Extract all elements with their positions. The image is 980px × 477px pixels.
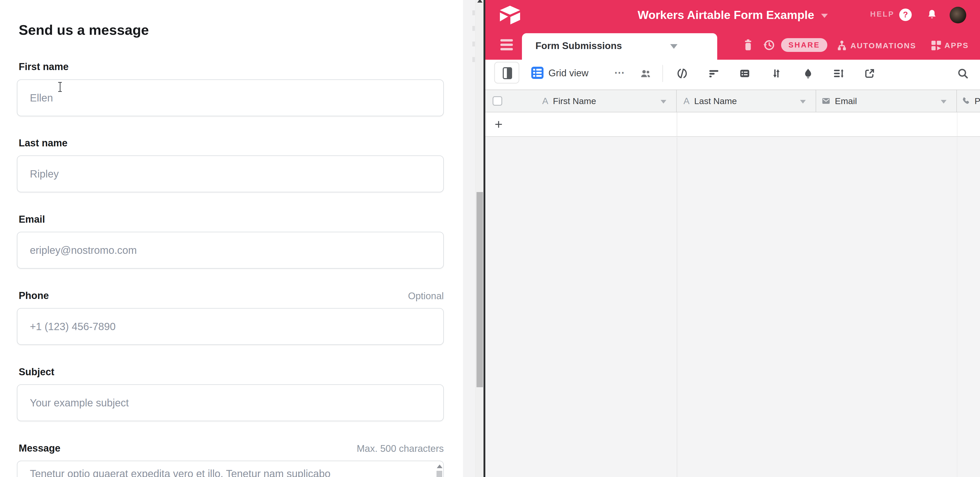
text-cursor-icon [58, 82, 62, 92]
scroll-up-arrow-icon[interactable] [477, 0, 482, 3]
text-field-icon: A [542, 96, 548, 106]
grid-body [485, 137, 980, 477]
apps-label: APPS [944, 41, 969, 50]
add-record-row[interactable]: + [485, 113, 980, 137]
email-input[interactable] [17, 232, 444, 269]
add-record-plus-icon[interactable]: + [495, 117, 503, 132]
revision-history-icon[interactable] [762, 38, 776, 52]
phone-field-icon [961, 96, 970, 106]
text-field-icon: A [684, 96, 689, 106]
last-name-input[interactable] [17, 155, 444, 192]
phone-label: Phone [19, 290, 49, 301]
automations-button[interactable]: AUTOMATIONS [835, 39, 916, 52]
automations-label: AUTOMATIONS [850, 41, 916, 50]
toolbar-divider [662, 65, 663, 82]
search-icon[interactable] [957, 68, 969, 79]
message-label: Message [19, 443, 60, 454]
open-view-icon[interactable] [864, 68, 876, 79]
column-header-phone[interactable]: Phone [957, 90, 980, 112]
notifications-bell-icon[interactable] [926, 8, 938, 21]
screenshot-root: Send us a message First name Last name E… [0, 0, 980, 477]
airtable-top-bar: Workers Airtable Form Example HELP ? [485, 0, 980, 30]
email-label: Email [19, 214, 45, 225]
textarea-scroll-up-icon[interactable] [437, 464, 442, 468]
column-divider [957, 113, 958, 136]
filter-icon[interactable] [708, 68, 720, 79]
subject-label: Subject [19, 366, 54, 377]
resize-handle-dot[interactable] [473, 26, 475, 31]
trash-icon[interactable] [741, 38, 755, 52]
apps-icon [930, 39, 942, 52]
email-field-icon [821, 96, 831, 106]
table-tab-form-submissions[interactable]: Form Submissions [522, 33, 717, 60]
automations-icon [835, 39, 848, 52]
contact-form-panel: Send us a message First name Last name E… [0, 0, 463, 477]
resize-handle-dot[interactable] [473, 10, 475, 15]
airtable-tab-bar: Form Submissions SHARE [485, 30, 980, 60]
group-icon[interactable] [739, 68, 751, 79]
hide-fields-icon[interactable] [676, 68, 688, 79]
phone-optional-hint: Optional [408, 291, 444, 301]
column-header-email[interactable]: Email [816, 90, 957, 112]
sort-icon[interactable] [770, 68, 783, 79]
left-window-scrollbar[interactable] [476, 0, 484, 477]
grid-header-row: A First Name A Last Name Email [485, 90, 980, 113]
table-tab-label: Form Submissions [535, 41, 622, 51]
grid-view-icon [531, 67, 544, 79]
view-name[interactable]: Grid view [549, 68, 589, 79]
base-title[interactable]: Workers Airtable Form Example [638, 8, 814, 22]
subject-input[interactable] [17, 384, 444, 421]
form-heading: Send us a message [19, 22, 149, 38]
textarea-scrollbar-thumb[interactable] [436, 471, 442, 477]
column-header-last-name[interactable]: A Last Name [677, 90, 816, 112]
message-textarea[interactable] [17, 461, 444, 477]
help-button[interactable]: HELP [870, 10, 894, 18]
first-name-label: First name [19, 61, 68, 73]
column-header-first-name[interactable]: A First Name [485, 90, 677, 112]
apps-button[interactable]: APPS [930, 39, 969, 52]
phone-input[interactable] [17, 308, 444, 345]
help-question-icon[interactable]: ? [899, 9, 912, 21]
resize-handle-dot[interactable] [473, 41, 475, 46]
view-sidebar-toggle-button[interactable] [494, 62, 519, 84]
base-title-caret-icon[interactable] [821, 14, 828, 18]
column-caret-icon[interactable] [800, 100, 806, 103]
panel-gutter [463, 0, 476, 477]
column-divider [957, 137, 958, 477]
resize-handle-dot[interactable] [473, 57, 475, 62]
table-tab-caret-icon[interactable] [670, 44, 678, 49]
airtable-panel: Workers Airtable Form Example HELP ? For… [485, 0, 980, 477]
column-caret-icon[interactable] [660, 100, 666, 103]
first-name-input[interactable] [17, 79, 444, 116]
color-icon[interactable] [802, 68, 814, 79]
view-toolbar: Grid view ⋯ [485, 60, 980, 90]
window-divider [484, 0, 485, 477]
column-caret-icon[interactable] [941, 100, 947, 103]
sidebar-toggle-icon [503, 67, 512, 79]
column-divider [677, 113, 677, 136]
share-button[interactable]: SHARE [781, 38, 827, 52]
scrollbar-thumb[interactable] [477, 192, 483, 387]
row-height-icon[interactable] [832, 68, 845, 79]
message-maxchars-hint: Max. 500 characters [357, 443, 444, 454]
column-divider [677, 137, 677, 477]
sidebar-menu-icon[interactable] [500, 39, 513, 51]
user-avatar[interactable] [950, 7, 966, 23]
view-options-dots[interactable]: ⋯ [614, 67, 625, 78]
last-name-label: Last name [19, 138, 67, 149]
collaborators-icon[interactable] [640, 68, 652, 79]
